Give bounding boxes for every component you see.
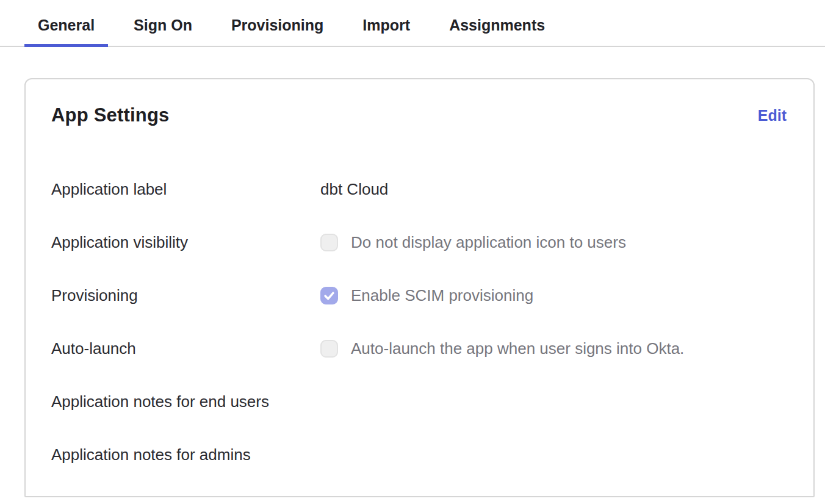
tab-import[interactable]: Import [349,0,423,46]
row-notes-end-users: Application notes for end users [51,391,787,412]
tab-general[interactable]: General [24,0,108,46]
edit-button[interactable]: Edit [758,104,787,127]
row-application-label: Application label dbt Cloud [51,178,787,200]
tab-sign-on[interactable]: Sign On [120,0,206,46]
checkbox-label: Auto-launch the app when user signs into… [351,339,684,358]
tab-assignments[interactable]: Assignments [436,0,558,46]
checkbox-label: Do not display application icon to users [351,232,626,252]
row-provisioning: Provisioning Enable SCIM provisioning [51,284,787,306]
checkbox-group: Auto-launch the app when user signs into… [320,339,684,358]
checkbox-group: Enable SCIM provisioning [320,286,533,305]
app-settings-panel: App Settings Edit Application label dbt … [24,78,815,497]
field-label: Application notes for end users [51,392,320,411]
visibility-checkbox[interactable] [320,234,338,251]
checkbox-label: Enable SCIM provisioning [351,286,533,305]
checkmark-icon [322,287,337,304]
row-notes-admins: Application notes for admins [51,444,787,466]
checkbox-group: Do not display application icon to users [320,232,626,252]
panel-header: App Settings Edit [51,104,787,127]
auto-launch-checkbox[interactable] [320,340,338,358]
row-auto-launch: Auto-launch Auto-launch the app when use… [51,337,787,359]
field-label: Auto-launch [51,339,320,358]
panel-title: App Settings [51,104,170,127]
tab-bar: General Sign On Provisioning Import Assi… [0,0,825,47]
field-label: Application label [51,179,320,199]
field-label: Application visibility [51,232,320,252]
app-tabs: General Sign On Provisioning Import Assi… [24,0,825,46]
scim-provisioning-checkbox[interactable] [320,287,338,304]
field-label: Application notes for admins [51,445,320,464]
field-value: dbt Cloud [320,179,388,199]
tab-provisioning[interactable]: Provisioning [218,0,337,46]
row-application-visibility: Application visibility Do not display ap… [51,231,787,253]
field-label: Provisioning [51,286,320,305]
